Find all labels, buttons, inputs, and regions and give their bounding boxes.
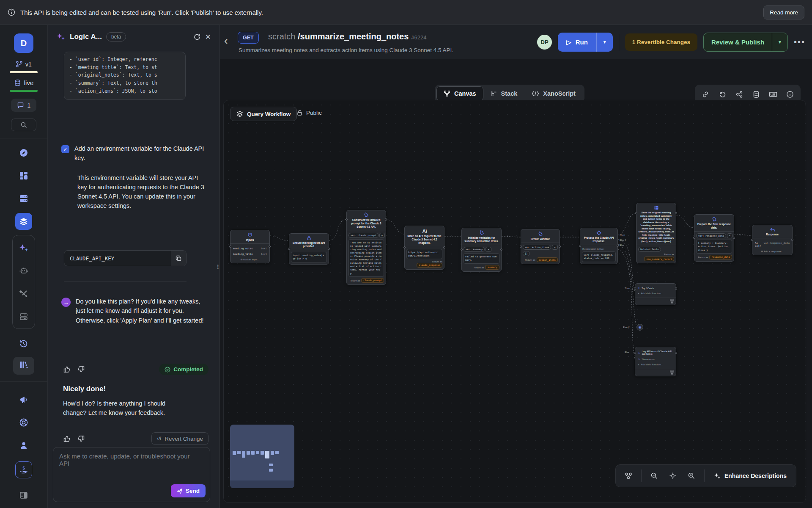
input-type: text xyxy=(261,247,267,250)
api-group: scratch xyxy=(268,32,295,41)
node-code: input: meeting_notes|str len > 0 xyxy=(291,252,327,262)
sidebar-item-middleware[interactable] xyxy=(15,308,32,325)
branch-icon xyxy=(16,61,23,68)
run-dropdown-caret[interactable]: ▼ xyxy=(597,40,613,44)
add-response-button[interactable]: ⊕ Add a response... xyxy=(754,248,790,253)
sparkle-icon xyxy=(714,472,721,479)
sidebar-item-support[interactable] xyxy=(15,414,32,431)
throw-error-row[interactable]: ⊙ Throw error xyxy=(637,356,674,362)
environment-selector[interactable]: live xyxy=(14,79,34,86)
sidebar-item-dashboard[interactable] xyxy=(15,167,32,184)
thumbs-down-icon[interactable] xyxy=(77,365,85,373)
enhance-descriptions-button[interactable]: Enhance Descriptions xyxy=(709,472,792,479)
run-button[interactable]: ▷ Run ▼ xyxy=(558,33,613,52)
panel-resize-handle[interactable]: ••• xyxy=(217,264,219,269)
node-init-summary[interactable]: Initialize variables for summary and act… xyxy=(461,228,502,272)
sidebar-item-tools[interactable] xyxy=(15,285,32,302)
copy-button[interactable] xyxy=(171,251,186,266)
warning-icon: ⚠ xyxy=(638,351,640,354)
var-pill: var: summary xyxy=(464,247,485,252)
add-child-function-button[interactable]: + Add child function... xyxy=(637,362,674,367)
visibility-toggle[interactable]: Public xyxy=(296,110,322,116)
sidebar-item-announcements[interactable] xyxy=(15,391,32,408)
sidebar-divider-2 xyxy=(0,381,48,382)
refresh-icon[interactable] xyxy=(193,33,201,41)
node-log-error[interactable]: ⚠ Log API error if Claude API call faile… xyxy=(635,347,676,376)
sidebar-item-account[interactable] xyxy=(15,437,32,454)
sidebar-item-library[interactable] xyxy=(13,357,34,375)
sidebar-item-billing[interactable]: $ xyxy=(15,461,32,478)
add-elseif-button[interactable]: ⊕ xyxy=(636,324,643,331)
query-workflow-label: Query Workflow xyxy=(247,111,291,117)
thumbs-up-icon[interactable] xyxy=(63,435,71,443)
fit-view-icon[interactable] xyxy=(664,467,681,484)
layout-tree-icon[interactable] xyxy=(620,467,637,484)
plan-step-checkbox[interactable]: ✓ xyxy=(61,145,69,153)
response-var: var:response_data xyxy=(764,241,790,247)
review-publish-button[interactable]: Review & Publish ▼ xyxy=(703,33,788,52)
var-pill: var: action_items xyxy=(523,245,551,250)
panel-icon xyxy=(19,490,29,500)
tag-icon xyxy=(348,213,384,218)
node-code: https://api.anthropic.com/v1/messages xyxy=(406,249,442,259)
node-create-prompt[interactable]: Construct the detailed prompt for the Cl… xyxy=(346,210,386,285)
revert-change-button[interactable]: ↺ Revert Change xyxy=(151,432,208,445)
comments-button[interactable]: 1 xyxy=(11,99,37,112)
add-input-button[interactable]: ⊕ Add an input... xyxy=(232,257,268,261)
node-create-variable[interactable]: Create Variable var: action_items = [] R… xyxy=(521,229,560,264)
assistant-code-snippet: - `user_id`: Integer, referenc - `meetin… xyxy=(64,52,186,100)
collapse-sidebar-button[interactable] xyxy=(15,487,32,504)
ai-assistant-panel: Logic A... beta ✕ - `user_id`: Integer, … xyxy=(48,25,220,508)
sidebar-item-agents[interactable] xyxy=(15,262,32,279)
tab-canvas-label: Canvas xyxy=(454,90,476,97)
return-value: summary xyxy=(485,265,499,270)
zoom-out-icon[interactable] xyxy=(646,467,663,484)
workflow-canvas[interactable]: Query Workflow Public Inputs meeting_not… xyxy=(223,100,806,503)
workspace-logo[interactable]: D xyxy=(14,33,33,53)
node-try-catch[interactable]: ↯ Try / Catch + Add child function... xyxy=(635,283,676,305)
publish-dropdown-caret[interactable]: ▼ xyxy=(772,40,787,44)
canvas-minimap[interactable] xyxy=(230,425,294,488)
sidebar-item-database[interactable] xyxy=(15,190,32,207)
node-inputs[interactable]: Inputs meeting_notestext meeting_titlete… xyxy=(230,230,270,263)
close-icon[interactable]: ✕ xyxy=(205,33,211,41)
avatar[interactable]: DP xyxy=(537,35,552,50)
tab-xanoscript[interactable]: XanoScript xyxy=(524,86,583,101)
more-options-icon[interactable]: ••• xyxy=(794,37,805,47)
query-workflow-button[interactable]: Query Workflow xyxy=(230,107,297,121)
comments-count: 1 xyxy=(27,102,31,109)
canvas-controls: Enhance Descriptions xyxy=(615,464,796,487)
add-child-function-button[interactable]: + Add child function... xyxy=(637,291,674,296)
back-chevron-icon[interactable]: ‹ xyxy=(224,34,228,47)
code-line: - `meeting_title`: Text, to st xyxy=(69,64,185,72)
tab-stack[interactable]: Stack xyxy=(483,86,525,101)
assistant-input[interactable] xyxy=(59,453,199,482)
branch-then-label: Then xyxy=(625,287,630,290)
revertible-changes-badge[interactable]: 1 Revertible Changes xyxy=(625,33,697,51)
sidebar-item-explore[interactable] xyxy=(15,144,32,161)
thumbs-down-icon[interactable] xyxy=(77,435,85,443)
node-process-response[interactable]: Process the Claude API response. If expr… xyxy=(580,228,618,264)
sidebar-item-api[interactable] xyxy=(15,213,32,230)
visibility-label: Public xyxy=(306,110,322,116)
node-precondition[interactable]: Ensure meeting notes are provided. input… xyxy=(289,233,329,265)
closing-message: Do you like this plan? If you'd like any… xyxy=(76,297,208,325)
node-save-database[interactable]: Save the original meeting notes, generat… xyxy=(636,203,676,263)
eq-pill: = xyxy=(552,245,557,250)
branch-then-label: Then xyxy=(620,234,625,236)
send-button[interactable]: Send xyxy=(171,484,206,497)
node-api-request[interactable]: A\ Make an API request to the Claude 3 S… xyxy=(404,226,444,270)
node-prepare-response[interactable]: Prepare the final response data. var: re… xyxy=(694,214,734,262)
node-response[interactable]: Response As selfvar:response_data ⊕ Add … xyxy=(752,225,793,255)
thumbs-up-icon[interactable] xyxy=(63,365,71,373)
zoom-in-icon[interactable] xyxy=(683,467,700,484)
main-area: ‹ GET scratch /summarize_meeting_notes#6… xyxy=(220,25,812,508)
sidebar-item-ai-assistant[interactable] xyxy=(15,240,32,257)
read-more-button[interactable]: Read more xyxy=(763,6,804,19)
branch-selector[interactable]: v1 xyxy=(16,61,32,68)
tab-canvas[interactable]: Canvas xyxy=(436,86,483,101)
compass-icon xyxy=(19,148,29,158)
sidebar-item-history[interactable] xyxy=(15,335,32,352)
search-icon xyxy=(20,121,27,129)
search-button[interactable] xyxy=(11,119,36,131)
